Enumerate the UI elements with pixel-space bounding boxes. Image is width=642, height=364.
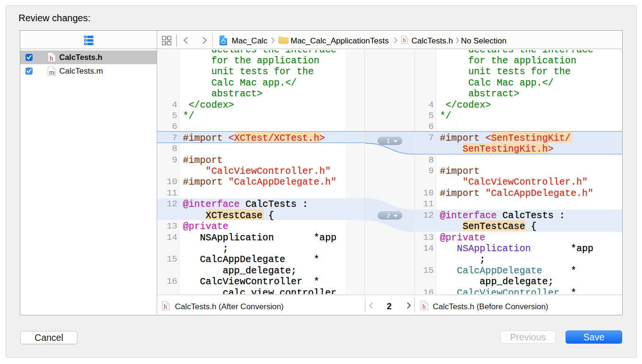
svg-text:h: h: [403, 37, 405, 43]
svg-text:h: h: [50, 54, 53, 62]
svg-text:h: h: [164, 303, 167, 310]
svg-text:m: m: [49, 68, 55, 76]
svg-text:h: h: [422, 303, 426, 310]
